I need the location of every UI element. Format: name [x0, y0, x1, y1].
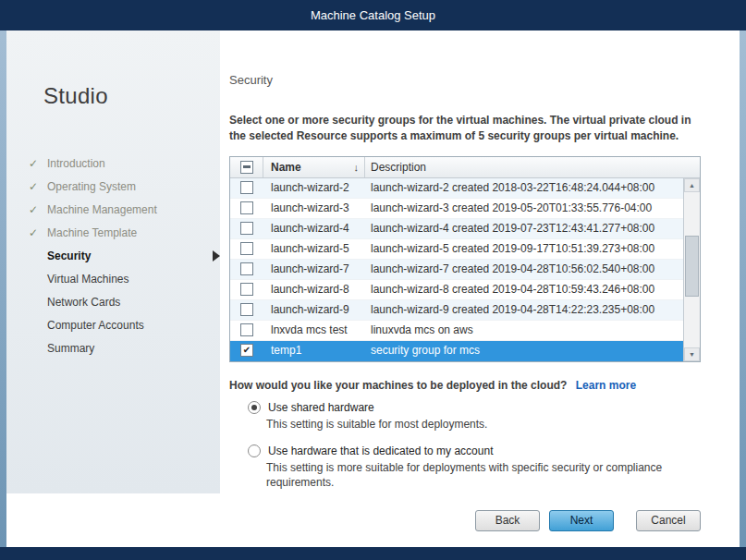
wizard-sidebar: Studio ✓Introduction✓Operating System✓Ma… [6, 30, 220, 493]
security-group-description: launch-wizard-2 created 2018-03-22T16:48… [365, 178, 683, 198]
step-label: Operating System [47, 180, 136, 193]
studio-logo: Studio [43, 82, 220, 110]
row-checkbox-cell [230, 219, 263, 238]
table-row[interactable]: launch-wizard-3launch-wizard-3 created 2… [230, 199, 683, 219]
security-step-content: Security Select one or more security gro… [220, 30, 740, 493]
row-checkbox[interactable] [240, 303, 253, 316]
sidebar-step-computer-accounts: Computer Accounts [6, 314, 220, 337]
row-checkbox-cell [230, 199, 263, 218]
table-row[interactable]: launch-wizard-5launch-wizard-5 created 2… [230, 239, 683, 260]
table-row[interactable]: launch-wizard-7launch-wizard-7 created 2… [230, 260, 683, 280]
row-checkbox[interactable] [240, 323, 253, 336]
table-row[interactable]: launch-wizard-4launch-wizard-4 created 2… [230, 219, 683, 239]
sidebar-step-machine-template: ✓Machine Template [6, 222, 220, 245]
row-checkbox-cell [230, 321, 263, 340]
dialog-body: Studio ✓Introduction✓Operating System✓Ma… [6, 30, 740, 547]
current-step-arrow-icon [213, 250, 220, 262]
scroll-down-button[interactable]: ▼ [684, 347, 700, 361]
security-group-name: launch-wizard-4 [263, 219, 365, 238]
option-label[interactable]: Use shared hardware [268, 401, 374, 414]
radio-button[interactable] [248, 401, 261, 414]
table-row[interactable]: ✔temp1security group for mcs [230, 341, 683, 361]
table-header: Name ↓ Description [230, 157, 700, 178]
radio-selected-dot [251, 405, 257, 410]
table-row[interactable]: launch-wizard-8launch-wizard-8 created 2… [230, 280, 683, 300]
select-all-checkbox[interactable] [240, 161, 253, 174]
step-label: Computer Accounts [47, 319, 144, 332]
step-label: Machine Management [47, 203, 157, 216]
security-group-description: launch-wizard-5 created 2019-09-17T10:51… [365, 239, 683, 259]
security-group-name: launch-wizard-5 [263, 239, 365, 259]
security-group-name: launch-wizard-2 [263, 178, 365, 198]
security-group-description: launch-wizard-7 created 2019-04-28T10:56… [365, 260, 683, 279]
column-header-name[interactable]: Name ↓ [263, 157, 365, 177]
scrollbar-thumb[interactable] [685, 236, 699, 297]
column-header-description[interactable]: Description [365, 157, 700, 177]
row-checkbox[interactable] [240, 283, 253, 296]
deploy-question-row: How would you like your machines to be d… [229, 379, 701, 392]
step-done-check-icon: ✓ [29, 152, 38, 176]
button-bar: Back Next Cancel [6, 493, 740, 547]
row-checkbox[interactable] [240, 262, 253, 275]
instruction-text: Select one or more security groups for t… [229, 113, 701, 145]
sort-descending-icon: ↓ [354, 162, 360, 173]
radio-button[interactable] [248, 444, 261, 457]
row-checkbox-cell [230, 239, 263, 259]
deploy-option: Use hardware that is dedicated to my acc… [248, 444, 701, 492]
table-scrollbar[interactable]: ▲ ▼ [683, 178, 700, 361]
security-group-name: temp1 [263, 341, 365, 360]
security-group-name: launch-wizard-3 [263, 199, 365, 218]
wizard-steps: ✓Introduction✓Operating System✓Machine M… [6, 152, 220, 360]
scrollbar-track[interactable] [684, 192, 700, 347]
deploy-options: Use shared hardwareThis setting is suita… [248, 401, 701, 491]
header-checkbox-cell [230, 157, 263, 177]
sidebar-step-summary: Summary [6, 337, 220, 360]
row-checkbox-cell [230, 280, 263, 299]
row-checkbox-cell [230, 260, 263, 279]
option-description: This setting is suitable for most deploy… [266, 417, 701, 432]
table-row[interactable]: launch-wizard-2launch-wizard-2 created 2… [230, 178, 683, 199]
sidebar-step-operating-system: ✓Operating System [6, 176, 220, 199]
step-label: Machine Template [47, 226, 137, 239]
row-checkbox[interactable] [240, 222, 253, 235]
sidebar-step-introduction: ✓Introduction [6, 152, 220, 176]
window-title: Machine Catalog Setup [311, 8, 435, 22]
security-groups-table: Name ↓ Description launch-wizard-2launch… [229, 156, 701, 362]
row-checkbox[interactable] [240, 201, 253, 214]
learn-more-link[interactable]: Learn more [576, 379, 636, 392]
scroll-up-button[interactable]: ▲ [684, 178, 700, 192]
security-group-description: launch-wizard-3 created 2019-05-20T01:33… [365, 199, 683, 218]
row-checkbox[interactable]: ✔ [240, 344, 253, 357]
step-label: Introduction [47, 157, 105, 170]
security-group-name: launch-wizard-7 [263, 260, 365, 279]
step-label: Security [47, 250, 91, 262]
row-checkbox[interactable] [240, 242, 253, 255]
step-done-check-icon: ✓ [29, 176, 38, 199]
row-checkbox[interactable] [240, 181, 253, 194]
machine-catalog-setup-dialog: Machine Catalog Setup Studio ✓Introducti… [0, 0, 746, 560]
option-label[interactable]: Use hardware that is dedicated to my acc… [268, 444, 493, 457]
step-label: Virtual Machines [47, 273, 129, 286]
sidebar-step-machine-management: ✓Machine Management [6, 199, 220, 222]
step-done-check-icon: ✓ [29, 222, 38, 245]
table-body: launch-wizard-2launch-wizard-2 created 2… [230, 178, 683, 361]
sidebar-step-network-cards: Network Cards [6, 291, 220, 314]
titlebar: Machine Catalog Setup [0, 0, 746, 30]
sidebar-step-security: Security [6, 245, 220, 268]
deploy-option: Use shared hardwareThis setting is suita… [248, 401, 701, 432]
next-button[interactable]: Next [549, 510, 614, 531]
security-group-description: linuxvda mcs on aws [365, 321, 683, 340]
window-bottom-strip [0, 547, 746, 560]
deploy-question: How would you like your machines to be d… [229, 379, 567, 392]
table-row[interactable]: lnxvda mcs testlinuxvda mcs on aws [230, 321, 683, 341]
row-checkbox-cell [230, 300, 263, 320]
option-description: This setting is more suitable for deploy… [266, 460, 701, 492]
security-group-description: launch-wizard-8 created 2019-04-28T10:59… [365, 280, 683, 299]
page-title: Security [229, 73, 701, 87]
cancel-button[interactable]: Cancel [636, 510, 701, 531]
back-button[interactable]: Back [475, 510, 540, 531]
name-column-label: Name [271, 161, 301, 174]
table-row[interactable]: launch-wizard-9launch-wizard-9 created 2… [230, 300, 683, 321]
security-group-description: launch-wizard-4 created 2019-07-23T12:43… [365, 219, 683, 238]
step-done-check-icon: ✓ [29, 199, 38, 222]
